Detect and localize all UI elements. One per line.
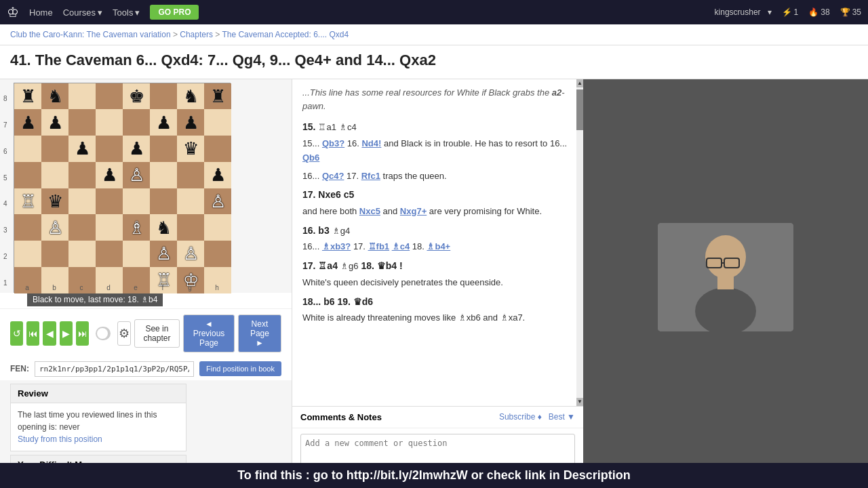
square-e8[interactable]: ♚: [123, 83, 150, 110]
square-g6[interactable]: ♛: [177, 136, 204, 162]
square-a4[interactable]: ♖: [14, 188, 41, 215]
skip-end-button[interactable]: ⏭: [76, 321, 89, 346]
page-title-area: 41. The Caveman 6... Qxd4: 7... Qg4, 9..…: [0, 45, 868, 79]
study-link[interactable]: Study from this position: [18, 434, 102, 444]
go-pro-button[interactable]: GO PRO: [150, 5, 199, 20]
square-f8[interactable]: [150, 83, 177, 110]
square-d5[interactable]: ♟: [96, 162, 123, 188]
move-17-text: and here both Nxc5 and Nxg7+ are very pr…: [302, 205, 573, 219]
skip-start-button[interactable]: ⏮: [26, 321, 39, 346]
move-nd4-link[interactable]: Nd4!: [361, 138, 381, 148]
square-c4[interactable]: [68, 188, 96, 215]
square-h4[interactable]: ♙: [204, 188, 231, 215]
square-e7[interactable]: [123, 109, 150, 136]
prev-move-button[interactable]: ◀: [43, 321, 56, 346]
move-qb3-link[interactable]: Qb3?: [322, 138, 344, 148]
square-b2[interactable]: [41, 241, 68, 267]
fen-row: FEN: Find position in book: [0, 358, 292, 380]
square-c8[interactable]: [68, 83, 96, 110]
square-f3[interactable]: ♞: [150, 214, 177, 241]
square-f7[interactable]: ♟: [150, 109, 177, 136]
nav-home[interactable]: Home: [29, 7, 53, 18]
prev-page-button[interactable]: ◄ Previous Page: [183, 314, 235, 352]
move-rfb1-link[interactable]: ♖fb1: [368, 241, 390, 251]
refresh-button[interactable]: ↺: [10, 321, 23, 346]
breadcrumb-link-1[interactable]: Club the Caro-Kann: The Caveman variatio…: [10, 30, 171, 39]
square-b4[interactable]: ♛: [41, 188, 68, 215]
square-d6[interactable]: [96, 136, 123, 162]
square-c3[interactable]: [68, 214, 96, 241]
square-e6[interactable]: ♟: [123, 136, 150, 162]
toggle-switch[interactable]: [96, 327, 110, 340]
square-f2[interactable]: ♙: [150, 241, 177, 267]
square-c7[interactable]: [68, 109, 96, 136]
breadcrumb-link-3[interactable]: The Caveman Accepted: 6.... Qxd4: [222, 30, 349, 39]
square-d7[interactable]: [96, 109, 123, 136]
next-move-button[interactable]: ▶: [60, 321, 73, 346]
square-e2[interactable]: [123, 241, 150, 267]
square-h3[interactable]: [204, 214, 231, 241]
square-c2[interactable]: [68, 241, 96, 267]
svg-rect-6: [717, 276, 734, 289]
square-g5[interactable]: [177, 162, 204, 188]
square-f5[interactable]: [150, 162, 177, 188]
find-position-button[interactable]: Find position in book: [199, 361, 281, 376]
square-a7[interactable]: ♟: [14, 109, 41, 136]
fen-input[interactable]: [35, 361, 194, 377]
square-b6[interactable]: [41, 136, 68, 162]
square-g7[interactable]: ♟: [177, 109, 204, 136]
square-e3[interactable]: ♗: [123, 214, 150, 241]
square-h5[interactable]: ♟: [204, 162, 231, 188]
move-qc4-link[interactable]: Qc4?: [322, 171, 344, 181]
move-nxc5-link[interactable]: Nxc5: [359, 206, 380, 216]
move-qb6-link[interactable]: Qb6: [302, 152, 319, 163]
square-h6[interactable]: [204, 136, 231, 162]
nav-tools[interactable]: Tools ▾: [113, 7, 140, 18]
analysis-button[interactable]: ⚙: [117, 321, 131, 346]
move-bb4plus-link[interactable]: ♗b4+: [427, 241, 450, 251]
square-a8[interactable]: ♜: [14, 83, 41, 110]
move-bxb3-link[interactable]: ♗xb3?: [322, 241, 351, 251]
nav-courses[interactable]: Courses ▾: [63, 7, 102, 18]
best-filter-button[interactable]: Best ▼: [549, 412, 575, 422]
square-b3[interactable]: ♙: [41, 214, 68, 241]
scroll-up-button[interactable]: ▲: [576, 79, 583, 87]
breadcrumb-link-2[interactable]: Chapters: [180, 30, 213, 39]
square-f6[interactable]: [150, 136, 177, 162]
square-b8[interactable]: ♞: [41, 83, 68, 110]
square-h8[interactable]: ♜: [204, 83, 231, 110]
square-a6[interactable]: [14, 136, 41, 162]
square-g2[interactable]: ♙: [177, 241, 204, 267]
square-e4[interactable]: [123, 188, 150, 215]
square-g3[interactable]: [177, 214, 204, 241]
square-d3[interactable]: [96, 214, 123, 241]
see-in-chapter-button[interactable]: See in chapter: [134, 319, 180, 348]
move-rfc1-link[interactable]: Rfc1: [361, 171, 380, 181]
square-g8[interactable]: ♞: [177, 83, 204, 110]
move-bc4-link[interactable]: ♗c4: [392, 241, 410, 251]
square-c6[interactable]: ♟: [68, 136, 96, 162]
square-f4[interactable]: [150, 188, 177, 215]
square-h7[interactable]: [204, 109, 231, 136]
square-h2[interactable]: [204, 241, 231, 267]
square-b5[interactable]: [41, 162, 68, 188]
scroll-down-button[interactable]: ▼: [576, 398, 583, 406]
subscribe-button[interactable]: Subscribe ♦: [499, 412, 542, 422]
square-d4[interactable]: [96, 188, 123, 215]
square-e5[interactable]: ♙: [123, 162, 150, 188]
square-b7[interactable]: ♟: [41, 109, 68, 136]
scrollbar-thumb[interactable]: [576, 89, 583, 130]
square-g4[interactable]: [177, 188, 204, 215]
square-a2[interactable]: [14, 241, 41, 267]
user-menu[interactable]: kingscrusher ▾: [715, 7, 772, 17]
square-a3[interactable]: [14, 214, 41, 241]
move-nxg7-link[interactable]: Nxg7+: [400, 206, 427, 216]
square-d2[interactable]: [96, 241, 123, 267]
chess-board[interactable]: ♜♞♚♞♜♟♟♟♟♟♟♛♟♙♟♖♛♙♙♗♞♙♙♖♔: [14, 83, 231, 293]
square-a5[interactable]: [14, 162, 41, 188]
right-panel: ▲ ▼ ...This line has some real resources…: [292, 79, 583, 475]
square-c5[interactable]: [68, 162, 96, 188]
square-d8[interactable]: [96, 83, 123, 110]
next-page-button[interactable]: Next Page ►: [238, 314, 281, 352]
piece-b3: ♙: [47, 219, 63, 237]
